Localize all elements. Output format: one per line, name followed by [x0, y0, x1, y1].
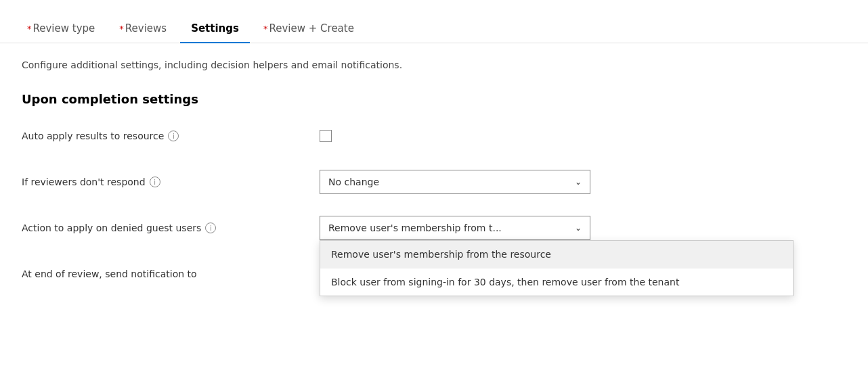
reviewers-respond-chevron-icon: ⌄	[575, 177, 582, 187]
auto-apply-row: Auto apply results to resource i	[22, 122, 846, 149]
tab-bar: *Review type *Reviews Settings *Review +…	[0, 0, 868, 43]
tab-reviews-label: Reviews	[125, 22, 167, 34]
section-title: Upon completion settings	[22, 92, 846, 106]
tab-review-create[interactable]: *Review + Create	[253, 14, 365, 43]
denied-guest-option-block-user-label: Block user from signing-in for 30 days, …	[331, 277, 679, 287]
tab-settings[interactable]: Settings	[180, 14, 250, 43]
tab-review-create-label: Review + Create	[269, 22, 353, 34]
notification-label-text: At end of review, send notification to	[22, 269, 197, 279]
asterisk-review-create: *	[263, 24, 268, 34]
auto-apply-label: Auto apply results to resource i	[22, 131, 320, 141]
asterisk-reviews: *	[119, 24, 124, 34]
auto-apply-checkbox[interactable]	[320, 130, 332, 142]
reviewers-respond-dropdown[interactable]: No change ⌄	[320, 170, 590, 194]
tab-reviews[interactable]: *Reviews	[108, 14, 177, 43]
denied-guest-chevron-icon: ⌄	[575, 223, 582, 233]
reviewers-respond-label: If reviewers don't respond i	[22, 177, 320, 187]
reviewers-respond-info-icon[interactable]: i	[150, 177, 160, 187]
denied-guest-dropdown-value: Remove user's membership from t...	[328, 223, 502, 233]
denied-guest-dropdown-menu: Remove user's membership from the resour…	[320, 240, 794, 296]
denied-guest-label: Action to apply on denied guest users i	[22, 223, 320, 233]
denied-guest-option-remove-membership[interactable]: Remove user's membership from the resour…	[320, 241, 793, 269]
auto-apply-label-text: Auto apply results to resource	[22, 131, 164, 141]
denied-guest-row: Action to apply on denied guest users i …	[22, 214, 846, 241]
denied-guest-dropdown-container: Remove user's membership from t... ⌄ Rem…	[320, 216, 590, 240]
denied-guest-option-block-user[interactable]: Block user from signing-in for 30 days, …	[320, 269, 793, 296]
tab-settings-label: Settings	[191, 22, 239, 34]
page-content: Configure additional settings, including…	[0, 43, 868, 323]
reviewers-respond-label-text: If reviewers don't respond	[22, 177, 146, 187]
notification-label: At end of review, send notification to	[22, 269, 320, 279]
reviewers-respond-row: If reviewers don't respond i No change ⌄	[22, 168, 846, 195]
tab-review-type-label: Review type	[33, 22, 95, 34]
reviewers-respond-dropdown-value: No change	[328, 177, 379, 187]
denied-guest-option-remove-membership-label: Remove user's membership from the resour…	[331, 249, 551, 260]
auto-apply-info-icon[interactable]: i	[168, 131, 179, 141]
asterisk-review-type: *	[27, 24, 32, 34]
page-description: Configure additional settings, including…	[22, 60, 846, 70]
tab-review-type[interactable]: *Review type	[16, 14, 106, 43]
denied-guest-dropdown[interactable]: Remove user's membership from t... ⌄	[320, 216, 590, 240]
denied-guest-info-icon[interactable]: i	[205, 223, 216, 233]
denied-guest-label-text: Action to apply on denied guest users	[22, 223, 201, 233]
